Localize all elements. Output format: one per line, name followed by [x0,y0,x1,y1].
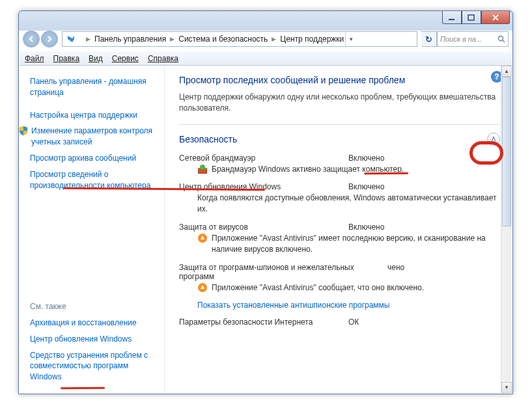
svg-rect-8 [203,170,205,172]
menu-bar: Файл Правка Вид Сервис Справка [20,51,512,66]
search-placeholder: Поиск в па... [440,35,482,43]
sidebar-compatibility[interactable]: Средство устранения проблем с совместимо… [30,347,156,385]
page-title: Просмотр последних сообщений и решение п… [179,75,500,85]
breadcrumb-dropdown[interactable]: ▾ [345,32,357,46]
antispyware-desc: Приложение "Avast Antivirus" сообщает, ч… [212,282,424,293]
refresh-button[interactable]: ↻ [421,31,437,47]
sidebar-performance[interactable]: Просмотр сведений о производительности к… [30,167,156,194]
avast-icon [197,282,208,293]
breadcrumb-item[interactable]: Панель управления [93,34,167,44]
shield-icon [18,126,29,136]
update-label: Центр обновления Windows [179,182,348,191]
intro-text: Центр поддержки обнаружил одну или неско… [179,92,500,114]
firewall-icon [197,164,208,174]
antispyware-status: чено [387,263,404,281]
action-center-icon [66,34,79,44]
antispyware-label: Защита от программ-шпионов и нежелательн… [179,263,387,281]
menu-tools[interactable]: Сервис [112,54,139,63]
sidebar-backup[interactable]: Архивация и восстановление [30,315,156,331]
menu-help[interactable]: Справка [148,54,178,63]
minimize-button[interactable] [442,11,462,24]
firewall-desc: Брандмауэр Windows активно защищает комп… [212,164,404,175]
antivirus-status: Включено [348,223,384,232]
search-icon [497,35,505,43]
menu-view[interactable]: Вид [89,54,103,63]
svg-rect-0 [449,19,455,20]
ie-security-status: ОК [348,318,359,327]
close-button[interactable] [481,11,510,24]
firewall-status: Включено [348,154,384,163]
ie-security-label: Параметры безопасности Интернета [179,318,348,327]
antivirus-desc: Приложение "Avast Antivirus" имеет после… [212,233,500,255]
spyware-link[interactable]: Показать установленные антишпионские про… [179,301,500,310]
menu-file[interactable]: Файл [25,54,44,63]
sidebar-archive[interactable]: Просмотр архива сообщений [30,150,156,167]
svg-rect-1 [468,15,474,20]
update-status: Включено [348,182,384,191]
collapse-button[interactable]: ꓥ [487,133,500,146]
sidebar-uac[interactable]: Изменение параметров контроля учетных за… [30,123,156,150]
vertical-scrollbar[interactable]: ▲ ▼ [501,66,512,393]
antivirus-label: Защита от вирусов [179,223,348,232]
see-also-heading: См. также [30,302,156,311]
sidebar-update[interactable]: Центр обновления Windows [30,331,156,347]
firewall-label: Сетевой брандмауэр [179,154,348,163]
maximize-button[interactable] [462,11,481,24]
section-heading: Безопасность [179,134,237,144]
avast-icon [197,233,208,243]
svg-point-9 [200,165,205,170]
svg-point-2 [499,36,503,41]
breadcrumb-item[interactable]: Центр поддержки [279,34,345,44]
search-input[interactable]: Поиск в па... [437,31,509,47]
back-button[interactable] [23,31,40,47]
sidebar-home[interactable]: Панель управления - домашняя страница [30,74,156,101]
forward-button[interactable] [41,31,58,47]
update-desc: Когда появляются доступные обновления, W… [197,193,500,215]
scroll-down-button[interactable]: ▼ [501,382,512,393]
address-bar[interactable]: ▶ Панель управления ▶ Система и безопасн… [62,31,417,47]
svg-rect-7 [199,170,202,172]
scroll-thumb[interactable] [502,77,511,226]
scroll-up-button[interactable]: ▲ [501,66,512,77]
breadcrumb-item[interactable]: Система и безопасность [177,34,269,44]
sidebar-configure[interactable]: Настройка центра поддержки [30,107,156,124]
menu-edit[interactable]: Правка [53,54,80,63]
